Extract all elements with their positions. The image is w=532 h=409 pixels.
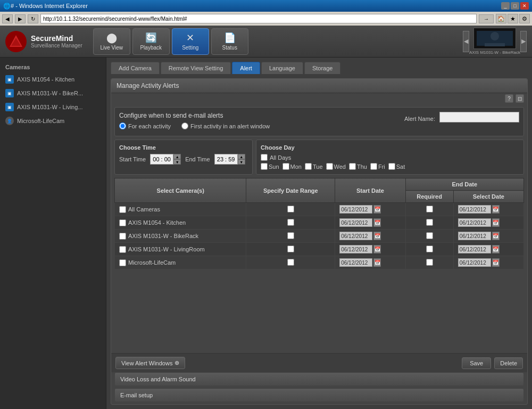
tabs: Add Camera Remote View Setting Alert Lan…	[111, 62, 528, 74]
radio-each-activity[interactable]: For each activity	[119, 122, 171, 129]
start-cal-btn-4[interactable]: 📅	[373, 258, 381, 267]
specify-checkbox-1[interactable]	[287, 219, 294, 226]
day-individual-row: Sun Mon Tue Wed Thu Fri Sat	[261, 163, 519, 170]
email-setup-section[interactable]: E-mail setup	[114, 388, 524, 402]
start-time-down[interactable]: ▼	[173, 159, 181, 165]
end-cal-btn-0[interactable]: 📅	[492, 205, 500, 214]
video-loss-section[interactable]: Video Loss and Alarm Sound	[114, 372, 524, 386]
end-date-cell-1: 📅	[453, 216, 523, 230]
prev-arrow-left[interactable]: ◀	[463, 31, 469, 52]
addressbar: ◀ ▶ ↻ → 🏠 ★ ⚙	[0, 12, 532, 26]
end-time-input[interactable]	[214, 154, 238, 165]
cam-checkbox-0[interactable]	[119, 206, 126, 213]
start-date-input-1[interactable]	[339, 218, 372, 227]
cam-checkbox-1[interactable]	[119, 219, 126, 226]
day-fri[interactable]: Fri	[370, 163, 385, 170]
all-days-checkbox[interactable]	[261, 154, 268, 161]
maximize-button[interactable]: □	[511, 2, 519, 10]
view-alert-button[interactable]: View Alert Windows ⊕	[115, 357, 185, 369]
close-button[interactable]: ✕	[520, 2, 529, 10]
expand-button[interactable]: ⊡	[516, 94, 524, 103]
start-date-row-3: 📅	[339, 245, 401, 253]
end-cal-btn-4[interactable]: 📅	[492, 258, 500, 267]
cam-label-0: All Cameras	[128, 206, 160, 212]
start-time-up[interactable]: ▲	[173, 154, 181, 159]
specify-checkbox-2[interactable]	[287, 232, 294, 239]
help-button[interactable]: ?	[505, 94, 513, 103]
tools-button[interactable]: ⚙	[519, 14, 530, 23]
start-cal-btn-1[interactable]: 📅	[373, 218, 381, 227]
end-date-input-4[interactable]	[458, 258, 491, 267]
radio-first-activity[interactable]: First activity in an alert window	[181, 122, 270, 129]
specify-checkbox-0[interactable]	[287, 206, 294, 212]
start-cal-btn-3[interactable]: 📅	[373, 245, 381, 253]
playback-button[interactable]: 🔄 Playback	[132, 28, 170, 55]
day-sun[interactable]: Sun	[261, 163, 279, 170]
start-cal-btn-2[interactable]: 📅	[373, 232, 381, 240]
end-cal-btn-3[interactable]: 📅	[492, 245, 500, 253]
refresh-button[interactable]: ↻	[28, 14, 38, 23]
tab-language[interactable]: Language	[261, 62, 303, 74]
required-checkbox-2[interactable]	[426, 232, 433, 239]
end-cal-btn-1[interactable]: 📅	[492, 218, 500, 227]
start-time-input[interactable]	[150, 154, 173, 165]
delete-button[interactable]: Delete	[494, 357, 523, 369]
tab-addcamera[interactable]: Add Camera	[111, 62, 160, 74]
camera-label-lifecam: Microsoft-LifeCam	[17, 118, 64, 124]
day-wed[interactable]: Wed	[326, 163, 346, 170]
end-date-input-2[interactable]	[458, 232, 491, 240]
required-checkbox-4[interactable]	[426, 259, 433, 266]
minimize-button[interactable]: _	[501, 2, 510, 10]
choose-day-title: Choose Day	[261, 144, 519, 151]
tab-storage[interactable]: Storage	[304, 62, 341, 74]
radio-first-label: First activity in an alert window	[190, 123, 270, 129]
tab-remoteview[interactable]: Remote View Setting	[161, 62, 231, 74]
sidebar-item-kitchen[interactable]: ▣ AXIS M1054 - Kitchen	[0, 72, 106, 86]
end-date-row-0: 📅	[458, 205, 519, 214]
go-button[interactable]: →	[479, 14, 494, 23]
alert-name-input[interactable]	[439, 112, 519, 122]
save-button[interactable]: Save	[462, 357, 491, 369]
prev-arrow-right[interactable]: ▶	[520, 31, 527, 52]
day-mon[interactable]: Mon	[282, 163, 302, 170]
day-thu[interactable]: Thu	[349, 163, 367, 170]
required-checkbox-3[interactable]	[426, 246, 433, 252]
start-date-input-0[interactable]	[339, 205, 372, 214]
start-cal-btn-0[interactable]: 📅	[373, 205, 381, 214]
favorites-button[interactable]: ★	[508, 14, 518, 23]
end-cal-btn-2[interactable]: 📅	[492, 232, 500, 240]
end-date-input-3[interactable]	[458, 245, 491, 253]
start-date-input-4[interactable]	[339, 258, 372, 267]
sidebar-item-livingroom[interactable]: ▣ AXIS M1031-W - Living...	[0, 100, 106, 114]
required-checkbox-0[interactable]	[426, 206, 433, 212]
radio-first-input[interactable]	[181, 122, 188, 129]
home-button[interactable]: 🏠	[496, 14, 506, 23]
start-date-input-3[interactable]	[339, 245, 372, 253]
day-sat[interactable]: Sat	[388, 163, 405, 170]
start-date-input-2[interactable]	[339, 232, 372, 240]
tab-alert[interactable]: Alert	[232, 62, 260, 74]
end-time-up[interactable]: ▲	[238, 154, 245, 159]
start-time-field: ▲ ▼	[150, 154, 181, 165]
end-time-down[interactable]: ▼	[238, 159, 245, 165]
cam-checkbox-2[interactable]	[119, 233, 126, 240]
liveview-button[interactable]: ⬤ Live View	[93, 28, 130, 55]
url-input[interactable]	[40, 14, 477, 23]
forward-button[interactable]: ▶	[15, 14, 26, 23]
radio-each-input[interactable]	[119, 122, 126, 129]
cam-checkbox-4[interactable]	[119, 259, 126, 266]
start-time-spin: ▲ ▼	[173, 154, 181, 165]
cam-checkbox-3[interactable]	[119, 246, 126, 253]
end-date-input-0[interactable]	[458, 205, 491, 214]
day-tue[interactable]: Tue	[305, 163, 323, 170]
back-button[interactable]: ◀	[2, 14, 13, 23]
specify-checkbox-4[interactable]	[287, 259, 294, 266]
setting-button[interactable]: ✕ Setting	[172, 28, 209, 55]
status-button[interactable]: 📄 Status	[211, 28, 248, 55]
required-checkbox-1[interactable]	[426, 219, 433, 226]
sidebar-item-bikerack[interactable]: ▣ AXIS M1031-W - BikeR...	[0, 86, 106, 100]
all-days-row: All Days	[261, 154, 519, 161]
end-date-input-1[interactable]	[458, 218, 491, 227]
specify-checkbox-3[interactable]	[287, 246, 294, 252]
sidebar-item-lifecam[interactable]: 👤 Microsoft-LifeCam	[0, 114, 106, 128]
